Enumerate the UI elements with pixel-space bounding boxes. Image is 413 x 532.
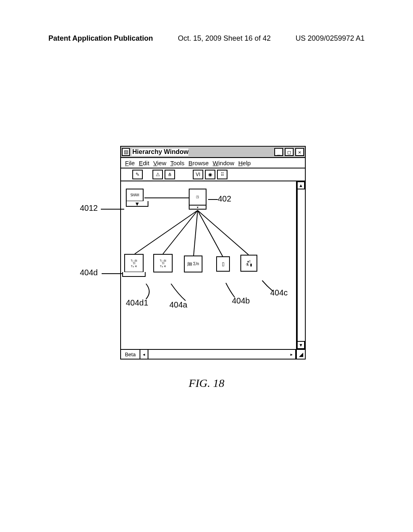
figure-caption: FIG. 18 (0, 377, 413, 390)
menu-window[interactable]: Window (213, 160, 234, 166)
page-header: Patent Application Publication Oct. 15, … (0, 34, 413, 43)
scroll-up-icon[interactable]: ▲ (297, 181, 305, 189)
hscroll-track[interactable] (148, 350, 288, 359)
vertical-scrollbar[interactable]: ▲ ▼ (297, 181, 305, 349)
node-root-box: SHAH (126, 189, 144, 202)
menu-bar: File Edit View Tools Browse Window Help (121, 158, 305, 168)
hierarchy-window: ▧ Hierarchy Window _ □ × File Edit View … (120, 146, 306, 360)
titlebar[interactable]: ▧ Hierarchy Window _ □ × (121, 147, 305, 158)
svg-line-4 (198, 210, 248, 255)
node-404b[interactable]: ▯ (216, 256, 230, 272)
status-bar: Beta ◂ ▸ ◢ (121, 349, 305, 359)
window-title: Hierarchy Window (131, 148, 188, 156)
tool-tree-icon[interactable]: ⚠ (152, 170, 163, 179)
node-404c[interactable]: ▴t⚗ ▮ (240, 255, 257, 272)
hierarchy-canvas[interactable]: SHAH ▾ ◳ ▾ Tₐ ΔtTfT₁ ≋ Tₐ ΔtTfT₁ ≋ (121, 181, 297, 349)
menu-file[interactable]: File (125, 160, 135, 166)
node-sum[interactable]: ∫▤ Σ/n (184, 256, 202, 272)
menu-edit[interactable]: Edit (139, 160, 149, 166)
tool-hierarchy-icon[interactable]: ⋔ (165, 170, 175, 179)
toolbar: ✎ ⚠ ⋔ VI ◉ ⠿ (121, 168, 305, 181)
scroll-down-icon[interactable]: ▼ (297, 341, 305, 349)
svg-line-3 (198, 210, 223, 256)
node-root-base: ▾ (126, 201, 148, 207)
label-404b: 404b (232, 296, 250, 305)
menu-tools[interactable]: Tools (170, 160, 184, 166)
node-402-box: ◳ (189, 189, 206, 206)
svg-line-2 (194, 210, 198, 256)
close-button[interactable]: × (295, 148, 304, 156)
header-left: Patent Application Publication (48, 34, 153, 43)
status-label: Beta (121, 350, 140, 359)
label-404a: 404a (169, 300, 188, 310)
minimize-button[interactable]: _ (274, 148, 283, 156)
tool-brush-icon[interactable]: ✎ (132, 170, 143, 179)
menu-browse[interactable]: Browse (188, 160, 209, 166)
scroll-track[interactable] (297, 189, 305, 341)
resize-grip-icon[interactable]: ◢ (296, 350, 305, 359)
scroll-left-icon[interactable]: ◂ (140, 350, 148, 359)
node-404d[interactable]: Tₐ ΔtTfT₁ ≋ (124, 254, 144, 277)
header-right: US 2009/0259972 A1 (296, 34, 365, 43)
label-404d1: 404d1 (126, 298, 148, 308)
label-404c: 404c (270, 288, 288, 297)
tool-grid-icon[interactable]: ⠿ (217, 170, 227, 179)
header-center: Oct. 15, 2009 Sheet 16 of 42 (178, 34, 271, 43)
svg-line-1 (163, 210, 198, 254)
svg-line-0 (135, 210, 198, 254)
system-menu-icon[interactable]: ▧ (122, 148, 130, 156)
label-4012: 4012 (80, 204, 98, 213)
label-402: 402 (218, 194, 231, 204)
tool-vi-icon[interactable]: VI (193, 170, 203, 179)
tool-globe-icon[interactable]: ◉ (205, 170, 215, 179)
label-404d: 404d (80, 268, 98, 277)
maximize-button[interactable]: □ (285, 148, 294, 156)
menu-view[interactable]: View (153, 160, 166, 166)
scroll-right-icon[interactable]: ▸ (288, 350, 296, 359)
menu-help[interactable]: Help (238, 160, 251, 166)
node-404a[interactable]: Tₐ ΔtTfT₁ ≋ (153, 254, 173, 272)
node-402[interactable]: ◳ ▾ (189, 189, 206, 210)
